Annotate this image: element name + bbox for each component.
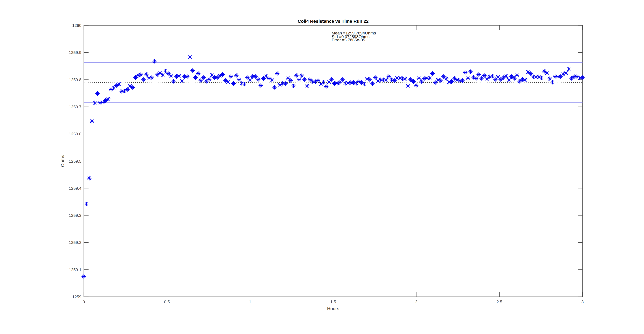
y-tick-label: 1259.2: [69, 240, 82, 245]
data-point-marker: [408, 77, 413, 82]
data-point-marker: [441, 74, 446, 79]
x-tick-label: 0.5: [164, 299, 170, 304]
data-point-marker: [436, 78, 440, 82]
data-point-marker: [283, 82, 288, 86]
data-point-marker: [490, 74, 495, 78]
data-point-marker: [204, 79, 209, 84]
data-point-marker: [444, 77, 448, 81]
data-point-marker: [261, 76, 266, 81]
x-axis-label: Hours: [327, 306, 339, 311]
data-point-marker: [207, 77, 212, 82]
chart-title: Coil4 Resistance vs Time Run 22: [298, 19, 369, 24]
data-point-marker: [316, 78, 320, 83]
data-point-marker: [177, 74, 182, 78]
y-tick-label: 1259.9: [69, 50, 82, 55]
data-point-marker: [158, 71, 162, 75]
x-tick-label: 2: [415, 299, 418, 304]
data-point-marker: [367, 77, 372, 82]
data-point-marker: [117, 82, 122, 86]
data-point-marker: [548, 77, 552, 81]
y-tick-label: 1260: [72, 23, 82, 28]
data-point-marker: [125, 87, 130, 92]
data-point-marker: [220, 72, 225, 77]
data-point-marker: [419, 80, 424, 84]
data-point-marker: [324, 84, 328, 89]
data-point-marker: [517, 79, 522, 84]
data-point-marker: [528, 72, 533, 76]
y-tick-label: 1259.3: [69, 213, 82, 218]
data-point-marker: [580, 75, 585, 80]
data-point-marker: [504, 74, 508, 78]
data-point-marker: [231, 81, 236, 86]
data-point-marker: [95, 91, 100, 96]
data-point-marker: [468, 70, 473, 74]
y-tick-label: 1259.7: [69, 105, 82, 109]
data-point-marker: [198, 78, 203, 83]
data-point-marker: [169, 74, 173, 78]
x-tick-label: 1.5: [330, 299, 336, 304]
data-point-marker: [297, 77, 301, 82]
data-point-marker: [185, 74, 190, 79]
data-point-marker: [87, 176, 92, 180]
data-point-marker: [253, 74, 258, 79]
data-point-marker: [291, 84, 296, 88]
x-tick-label: 0: [83, 299, 85, 304]
data-point-marker: [545, 71, 549, 75]
data-point-marker: [160, 73, 165, 77]
data-point-marker: [190, 69, 195, 73]
resistance-vs-time-chart: 12591259.11259.21259.31259.41259.51259.6…: [0, 0, 644, 334]
data-point-marker: [449, 79, 454, 84]
data-point-marker: [564, 71, 568, 75]
data-point-marker: [240, 81, 244, 85]
data-point-marker: [302, 77, 307, 82]
y-tick-label: 1259.6: [69, 132, 82, 136]
data-point-marker: [248, 78, 252, 82]
data-point-marker: [438, 78, 443, 83]
data-point-marker: [308, 77, 312, 82]
data-point-marker: [542, 69, 546, 73]
data-point-marker: [152, 59, 157, 64]
annotation-error: Error =5.7865e-05: [332, 38, 365, 42]
x-tick-label: 2.5: [496, 299, 502, 304]
data-point-marker: [270, 78, 274, 82]
data-point-marker: [242, 82, 247, 86]
data-point-marker: [386, 74, 391, 79]
data-point-marker: [523, 78, 528, 82]
data-point-marker: [561, 72, 566, 76]
data-point-marker: [272, 85, 277, 90]
data-point-marker: [226, 80, 230, 84]
y-tick-label: 1259: [72, 294, 82, 299]
data-point-marker: [482, 73, 487, 78]
matlab-figure-canvas: 12591259.11259.21259.31259.41259.51259.6…: [0, 0, 644, 334]
data-point-marker: [515, 73, 519, 78]
data-point-marker: [476, 72, 481, 77]
data-point-marker: [138, 73, 143, 77]
data-point-marker: [428, 76, 432, 80]
data-point-marker: [256, 77, 260, 82]
data-point-marker: [550, 80, 554, 84]
data-point-marker: [144, 72, 148, 77]
data-point-marker: [460, 78, 465, 83]
data-point-marker: [228, 74, 233, 79]
data-point-marker: [234, 73, 238, 78]
y-tick-label: 1259.8: [69, 78, 82, 82]
data-point-marker: [340, 77, 345, 82]
data-point-marker: [258, 83, 263, 88]
data-point-marker: [286, 76, 290, 81]
data-point-marker: [498, 77, 503, 82]
data-point-marker: [84, 202, 89, 206]
data-point-marker: [150, 75, 154, 80]
data-point-marker: [321, 80, 326, 84]
data-point-marker: [474, 76, 478, 81]
y-tick-label: 1259.4: [69, 186, 82, 191]
data-point-marker: [188, 55, 192, 59]
data-point-marker: [370, 82, 375, 86]
data-point-marker: [130, 85, 135, 90]
plot-area-frame: [84, 25, 582, 297]
y-tick-label: 1259.5: [69, 159, 82, 164]
data-point-marker: [539, 76, 544, 80]
data-point-marker: [90, 119, 94, 123]
data-point-marker: [330, 77, 334, 82]
data-point-marker: [133, 75, 138, 80]
data-point-marker: [300, 74, 304, 78]
